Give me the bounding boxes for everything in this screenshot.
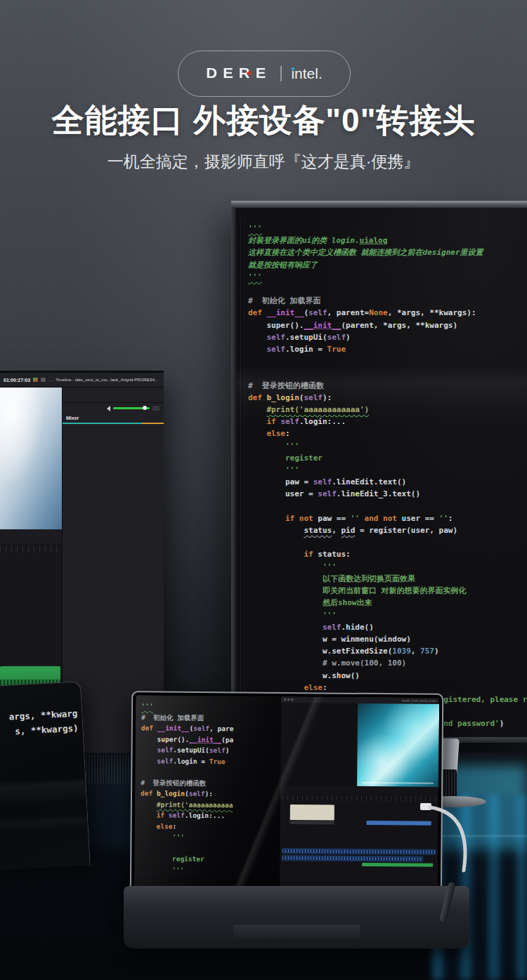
code-line: else: bbox=[248, 428, 527, 439]
resolve-topbar: 01:00:27:03 ⋯ Timeline - lake_next_to_mo… bbox=[0, 373, 164, 388]
code-line: w = winmenu(window) bbox=[248, 633, 527, 645]
code-line: self.login = True bbox=[248, 343, 527, 355]
viewer-frame bbox=[0, 388, 62, 529]
code-line bbox=[141, 766, 280, 778]
code-line: ''' bbox=[248, 223, 527, 234]
code-line: # 登录按钮的槽函数 bbox=[248, 380, 527, 392]
code-line: super().__init__(parent, *args, **kwargs… bbox=[248, 319, 527, 331]
python-code-editor: '''封装登录界面的ui的类 login.uialog这样直接在这个类中定义槽函… bbox=[248, 223, 527, 737]
dere-logo: DERE bbox=[206, 66, 271, 82]
code-line bbox=[248, 355, 527, 367]
hero-subheadline: 一机全搞定，摄影师直呼『这才是真·便携』 bbox=[0, 151, 527, 173]
mute-button[interactable] bbox=[152, 406, 160, 411]
code-line: paw = self.lineEdit.text() bbox=[248, 476, 527, 488]
audio-waveform-clip[interactable] bbox=[282, 848, 436, 855]
right-monitor-bezel bbox=[231, 201, 527, 208]
tablet-timeline bbox=[279, 794, 438, 899]
code-line: def b_login(self): bbox=[141, 788, 280, 800]
code-line: def __init__(self, parent=None, *args, *… bbox=[248, 307, 527, 319]
indent-guide bbox=[240, 218, 241, 737]
speaker-icon bbox=[107, 406, 110, 411]
code-line: 以下函数达到切换页面效果 bbox=[248, 573, 527, 585]
code-line: args, **kwarg bbox=[0, 706, 78, 727]
code-line: w.show() bbox=[248, 670, 527, 682]
code-line: user = self.lineEdit_3.text() bbox=[248, 488, 527, 500]
code-line bbox=[248, 536, 527, 548]
code-line: if self.login:... bbox=[248, 416, 527, 428]
code-line: super().__init__(pa bbox=[141, 734, 281, 746]
tablet-device: '''# 初始化 加载界面def __init__(self, pare sup… bbox=[130, 691, 444, 903]
options-menu-icon[interactable]: ⋯ bbox=[48, 378, 53, 383]
code-line: 这样直接在这个类中定义槽函数 就能连接到之前在designer里设置 bbox=[248, 246, 527, 258]
code-line bbox=[248, 283, 527, 295]
code-line: status, pid = register(user, paw) bbox=[248, 524, 527, 536]
tablet-timeline-ruler[interactable] bbox=[282, 795, 436, 802]
code-line: 即关闭当前窗口 对新的想要的界面实例化 bbox=[248, 585, 527, 597]
usb-c-plug bbox=[420, 803, 431, 810]
code-line: register bbox=[140, 853, 280, 865]
video-clip-row bbox=[282, 827, 436, 848]
code-line: self.setupUi(self) bbox=[141, 744, 281, 756]
code-line: # 初始化 加载界面 bbox=[141, 712, 281, 724]
code-line: ''' bbox=[248, 271, 527, 283]
code-line: # w.move(100, 100) bbox=[248, 657, 527, 669]
video-track bbox=[0, 635, 60, 663]
viewer-mode-icon[interactable] bbox=[41, 378, 46, 382]
code-line bbox=[248, 367, 527, 379]
clip-filename: Amalfi_Coast_Aerial_5.mov bbox=[402, 698, 436, 702]
intel-logo: intel. bbox=[291, 65, 322, 82]
title-clip[interactable] bbox=[289, 804, 334, 821]
trackpad bbox=[233, 925, 360, 939]
brand-lockup: DERE intel. bbox=[178, 51, 351, 97]
timeline-ruler[interactable] bbox=[0, 545, 62, 552]
right-monitor-screen: '''封装登录界面的ui的类 login.uialog这样直接在这个类中定义槽函… bbox=[236, 208, 527, 737]
mixer-title: Mixer bbox=[66, 416, 79, 421]
code-line: 然后show出来 bbox=[248, 597, 527, 609]
code-line: self.hide() bbox=[248, 621, 527, 633]
preview-ocean-frame bbox=[357, 703, 439, 787]
code-line: if status: bbox=[248, 548, 527, 560]
code-line: 就是按按钮有响应了 bbox=[248, 259, 527, 271]
code-line: def b_login(self): bbox=[248, 392, 527, 404]
code-line bbox=[140, 842, 280, 854]
transport-controls bbox=[0, 529, 62, 545]
code-line: ''' bbox=[248, 440, 527, 452]
code-line: register bbox=[248, 452, 527, 464]
right-monitor-bezel-left bbox=[231, 208, 236, 737]
code-line: ''' bbox=[140, 864, 280, 876]
volume-row bbox=[63, 403, 164, 413]
mixer-header: Mixer bbox=[63, 413, 164, 424]
code-line: if not paw == '' and not user == '': bbox=[248, 512, 527, 524]
code-line: #print('aaaaaaaaaaa bbox=[141, 799, 280, 811]
tablet-video-editor: Amalfi_Coast_Aerial_5.mov bbox=[279, 696, 439, 899]
right-monitor: '''封装登录界面的ui的类 login.uialog这样直接在这个类中定义槽函… bbox=[231, 201, 527, 743]
code-line: ''' bbox=[248, 464, 527, 476]
indent-guide bbox=[245, 218, 245, 737]
code-line: def __init__(self, pare bbox=[141, 722, 281, 734]
volume-slider[interactable] bbox=[113, 407, 150, 409]
viewer-timecode: 01:00:27:03 bbox=[4, 378, 30, 383]
code-line: ''' bbox=[248, 561, 527, 573]
code-line bbox=[248, 501, 527, 512]
toolbar-icons bbox=[284, 698, 293, 701]
title-clip-label bbox=[289, 821, 334, 825]
code-line: w.setFixedSize(1039, 757) bbox=[248, 645, 527, 657]
laptop-code-fragment: args, **kwargs, **kwargs) bbox=[0, 706, 79, 741]
code-line: else: bbox=[141, 821, 280, 833]
code-line: # 登录按钮的槽函数 bbox=[141, 777, 280, 789]
laptop-screen: args, **kwargs, **kwargs) bbox=[0, 681, 91, 873]
inspector-tabs bbox=[63, 388, 164, 403]
code-line: ''' bbox=[141, 701, 281, 713]
scopes-icon[interactable] bbox=[33, 378, 38, 382]
audio-clip-green[interactable] bbox=[362, 863, 433, 867]
code-line: #print('aaaaaaaaaaaa') bbox=[248, 404, 527, 416]
hero-headline: 全能接口 外接设备"0"转接头 bbox=[0, 99, 527, 143]
code-line: # 初始化 加载界面 bbox=[248, 295, 527, 307]
code-line: 封装登录界面的ui的类 login.uialog bbox=[248, 234, 527, 246]
audio-waveform-clip[interactable] bbox=[282, 855, 424, 862]
code-line: ''' bbox=[140, 831, 280, 843]
promo-page: DERE intel. 全能接口 外接设备"0"转接头 一机全搞定，摄影师直呼『… bbox=[0, 0, 527, 980]
tablet-screen: '''# 初始化 加载界面def __init__(self, pare sup… bbox=[134, 695, 439, 899]
media-pool-grid bbox=[280, 703, 358, 786]
code-line: self.login = True bbox=[141, 755, 280, 767]
